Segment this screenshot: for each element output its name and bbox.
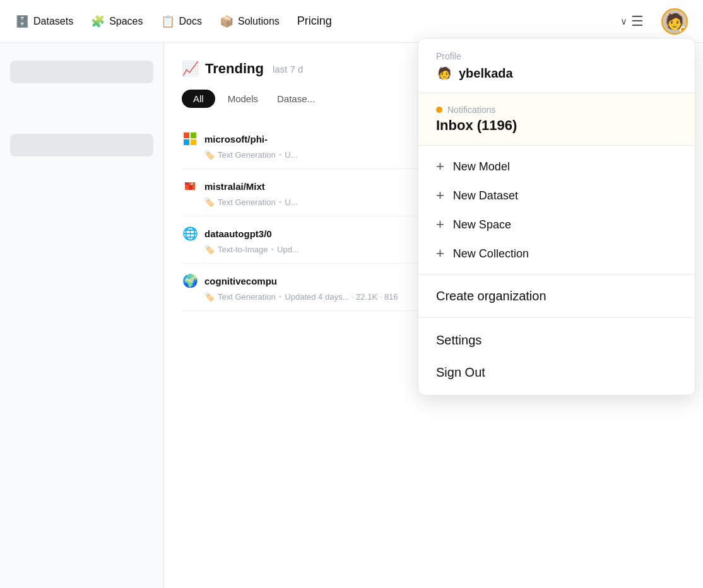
model-name-microsoft: microsoft/phi-: [204, 134, 268, 144]
svg-rect-2: [184, 139, 189, 145]
trending-header: 📈 Trending last 7 d: [182, 61, 685, 77]
filter-tab-datasets[interactable]: Datase...: [271, 90, 321, 108]
nav-spaces[interactable]: 🧩 Spaces: [91, 15, 143, 28]
filter-tab-all[interactable]: All: [182, 90, 215, 108]
table-row[interactable]: mistralai/Mixt 🏷️ Text Generation • U...: [182, 169, 685, 216]
nav-datasets-label: Datasets: [33, 16, 73, 27]
svg-rect-1: [191, 132, 196, 138]
model-meta-cognitivec: 🏷️ Text Generation • Updated 4 days... ·…: [182, 292, 685, 302]
solutions-icon: 📦: [220, 15, 233, 28]
table-row[interactable]: 🌐 dataautogpt3/0 🏷️ Text-to-Image • Upd.…: [182, 216, 685, 264]
model-name-dataautogpt: dataautogpt3/0: [204, 228, 272, 239]
nav-solutions[interactable]: 📦 Solutions: [220, 15, 280, 28]
datasets-icon: 🗄️: [15, 15, 29, 28]
svg-rect-0: [184, 132, 189, 138]
svg-marker-5: [189, 182, 192, 185]
main-content: 📈 Trending last 7 d All Models Datase...: [164, 43, 703, 588]
spaces-icon: 🧩: [91, 15, 105, 28]
model-meta-microsoft: 🏷️ Text Generation • U...: [182, 150, 685, 160]
sidebar-placeholder-top: [10, 61, 153, 83]
nav-solutions-label: Solutions: [238, 16, 280, 27]
model-meta-dataautogpt: 🏷️ Text-to-Image • Upd...: [182, 245, 685, 254]
model-logo-dataautogpt: 🌐: [182, 225, 198, 242]
model-name-cognitivec: cognitivecompu: [204, 276, 277, 286]
nav-menu-button[interactable]: ∨ ☰: [620, 13, 644, 30]
nav-spaces-label: Spaces: [109, 16, 143, 27]
table-row[interactable]: 🌍 cognitivecompu 🏷️ Text Generation • Up…: [182, 264, 685, 311]
trending-title: Trending: [205, 61, 264, 77]
svg-marker-8: [192, 182, 195, 185]
model-logo-cognitivec: 🌍: [182, 273, 198, 289]
model-logo-microsoft: [182, 131, 198, 147]
nav-datasets[interactable]: 🗄️ Datasets: [15, 15, 73, 28]
table-row[interactable]: microsoft/phi- 🏷️ Text Generation • U...: [182, 122, 685, 169]
filter-tabs: All Models Datase...: [182, 90, 685, 108]
svg-marker-4: [185, 182, 189, 185]
sidebar-placeholder-bottom: [10, 134, 153, 156]
svg-marker-6: [185, 185, 189, 190]
docs-icon: 📋: [161, 15, 175, 28]
navbar: 🗄️ Datasets 🧩 Spaces 📋 Docs 📦 Solutions …: [0, 0, 703, 43]
svg-marker-7: [189, 185, 192, 190]
model-list: microsoft/phi- 🏷️ Text Generation • U...: [182, 122, 685, 311]
model-logo-mistral: [182, 178, 198, 194]
model-meta-mistral: 🏷️ Text Generation • U...: [182, 197, 685, 207]
main-layout: 📈 Trending last 7 d All Models Datase...: [0, 43, 703, 588]
nav-pricing[interactable]: Pricing: [297, 15, 332, 28]
nav-docs[interactable]: 📋 Docs: [161, 15, 202, 28]
svg-rect-3: [191, 139, 196, 145]
avatar-notification-dot: [680, 26, 686, 33]
nav-avatar[interactable]: 🧑: [661, 8, 688, 35]
nav-docs-label: Docs: [179, 16, 202, 27]
svg-marker-9: [192, 185, 195, 190]
trending-icon: 📈: [182, 61, 199, 77]
model-name-mistral: mistralai/Mixt: [204, 181, 265, 192]
filter-tab-models[interactable]: Models: [222, 90, 264, 108]
nav-pricing-label: Pricing: [297, 15, 332, 28]
sidebar: [0, 43, 164, 588]
trending-period: last 7 d: [273, 64, 303, 74]
